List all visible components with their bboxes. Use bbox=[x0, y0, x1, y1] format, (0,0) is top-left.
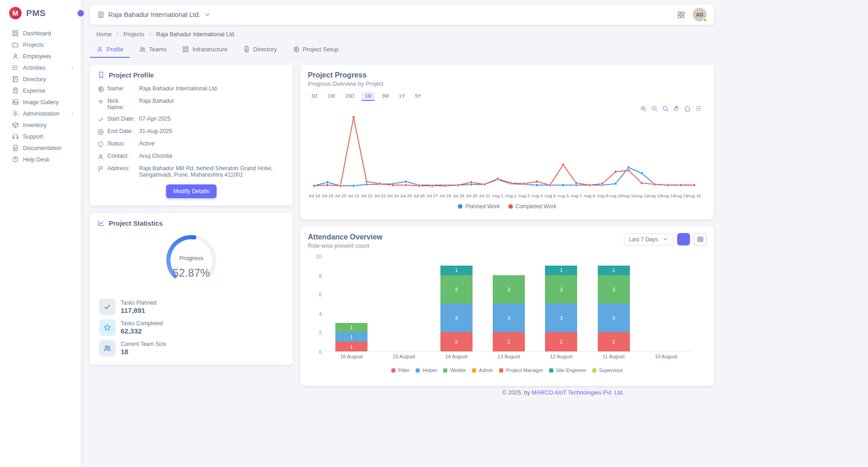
bar-chart-legend: FitterHelperWelderAdminProject ManagerSi… bbox=[308, 367, 707, 373]
legend-item-welder[interactable]: Welder bbox=[443, 367, 466, 373]
project-progress-subtitle: Progress Overview by Project bbox=[308, 81, 707, 87]
sidebar-item-directory[interactable]: Directory bbox=[0, 73, 81, 85]
bar-segment-fitter[interactable]: 2 bbox=[493, 332, 525, 351]
attendance-card: Attendance Overview Role-wise present co… bbox=[300, 227, 714, 386]
field-value: Raja Bahadur Mill Rd, behind Sheraton Gr… bbox=[139, 165, 285, 178]
bar-segment-site-engineer[interactable]: 1 bbox=[545, 266, 577, 275]
bar-segment-site-engineer[interactable]: 1 bbox=[440, 266, 473, 275]
attendance-range-select[interactable]: Last 7 Days bbox=[624, 234, 673, 245]
sidebar-item-documentation[interactable]: Documentation bbox=[0, 142, 81, 154]
range-button-1y[interactable]: 1Y bbox=[395, 92, 408, 101]
range-button-15d[interactable]: 15D bbox=[342, 92, 358, 101]
chart-view-toggle[interactable] bbox=[677, 233, 690, 245]
bar-segment-helper[interactable]: 3 bbox=[598, 304, 630, 332]
field-value: Active bbox=[139, 140, 285, 147]
bar-segment-welder[interactable]: 3 bbox=[440, 275, 473, 304]
clipboard-icon bbox=[243, 46, 250, 53]
apps-grid-icon[interactable] bbox=[677, 11, 685, 19]
bar-segment-fitter[interactable]: 2 bbox=[545, 332, 577, 351]
range-button-3m[interactable]: 3M bbox=[378, 92, 392, 101]
table-view-toggle[interactable] bbox=[694, 233, 707, 245]
y-axis-label: 4 bbox=[312, 311, 322, 317]
legend-item-supervisor[interactable]: Supervisor bbox=[592, 367, 623, 373]
profile-fields: Name:Raja Bahadur International Ltd.Nick… bbox=[97, 85, 285, 178]
sidebar-item-image-gallery[interactable]: Image Gallery bbox=[0, 96, 81, 108]
user-avatar[interactable]: AD bbox=[693, 8, 707, 22]
sidebar-item-dashboard[interactable]: Dashboard bbox=[0, 28, 81, 39]
bar-segment-helper[interactable]: 1 bbox=[335, 332, 367, 342]
field-label: Start Date: bbox=[107, 116, 136, 122]
tab-project-setup[interactable]: Project Setup bbox=[286, 43, 345, 58]
apps-grid-icon bbox=[677, 11, 685, 19]
bar-segment-welder[interactable]: 3 bbox=[545, 275, 577, 304]
modify-details-button[interactable]: Modify Details bbox=[166, 184, 217, 198]
bar-segment-helper[interactable]: 3 bbox=[545, 304, 577, 332]
expense-icon bbox=[12, 87, 19, 94]
range-button-5y[interactable]: 5Y bbox=[412, 92, 424, 101]
company-name: Raja Bahadur International Ltd. bbox=[108, 11, 200, 18]
tab-profile[interactable]: Profile bbox=[90, 43, 130, 58]
project-statistics-title: Project Statistics bbox=[97, 219, 285, 227]
x-axis-label: Aug 4 bbox=[531, 193, 543, 198]
sidebar-item-support[interactable]: Support bbox=[0, 131, 81, 142]
stat-current-team-size: Current Team Size18 bbox=[99, 340, 285, 356]
range-button-1m[interactable]: 1M bbox=[362, 92, 375, 101]
sidebar-item-projects[interactable]: Projects bbox=[0, 39, 81, 50]
legend-item-planned-work[interactable]: Planned Work bbox=[458, 203, 500, 210]
bar-segment-site-engineer[interactable]: 1 bbox=[598, 266, 630, 275]
bar-segment-helper[interactable]: 3 bbox=[493, 304, 525, 332]
bar-segment-helper[interactable]: 3 bbox=[440, 304, 473, 332]
attendance-header-text: Attendance Overview Role-wise present co… bbox=[308, 233, 383, 249]
x-axis-label: Jul 19 bbox=[322, 193, 333, 198]
sidebar-item-employees[interactable]: Employees bbox=[0, 50, 81, 62]
y-axis-label: 10 bbox=[312, 254, 322, 259]
sidebar-item-label: Support bbox=[23, 133, 43, 140]
sidebar-item-label: Image Gallery bbox=[23, 99, 59, 106]
company-selector[interactable]: Raja Bahadur International Ltd. bbox=[97, 11, 211, 18]
star-icon bbox=[103, 323, 111, 332]
attendance-range-value: Last 7 Days bbox=[629, 236, 658, 243]
bar-chart-icon bbox=[680, 236, 687, 243]
legend-item-site-engineer[interactable]: Site Engineer bbox=[549, 367, 586, 373]
sidebar-item-activities[interactable]: Activities bbox=[0, 62, 81, 73]
profile-field-nick-name: Nick Name:Raja Bahadur bbox=[97, 98, 285, 111]
x-axis-label: Jul 31 bbox=[479, 193, 490, 198]
range-button-1d[interactable]: 1D bbox=[308, 92, 321, 101]
field-value: 07-Apr-2025 bbox=[139, 116, 285, 122]
chevron-right-icon bbox=[115, 32, 120, 37]
project-statistics-card: Project Statistics Progress 52.87% Tasks… bbox=[90, 213, 293, 365]
app-logo: M PMS bbox=[0, 0, 81, 25]
tab-directory[interactable]: Directory bbox=[237, 43, 284, 58]
bar-segment-welder[interactable]: 3 bbox=[598, 275, 630, 304]
footer-link[interactable]: MARCO AIoT Technologies Pvt. Ltd. bbox=[532, 389, 624, 396]
sidebar-collapse-button[interactable] bbox=[77, 9, 85, 17]
legend-item-admin[interactable]: Admin bbox=[472, 367, 493, 373]
bar-chart: 11116 August15 August233114 August23313 … bbox=[312, 256, 697, 360]
chevron-down-icon bbox=[662, 236, 668, 242]
building-icon bbox=[97, 11, 105, 18]
breadcrumb-item-home[interactable]: Home bbox=[96, 31, 111, 38]
sidebar-item-administration[interactable]: Administration bbox=[0, 108, 81, 119]
bar-segment-fitter[interactable]: 2 bbox=[440, 332, 473, 351]
legend-item-project-manager[interactable]: Project Manager bbox=[499, 367, 543, 373]
sidebar-item-inventory[interactable]: Inventory bbox=[0, 119, 81, 131]
sidebar-item-expense[interactable]: Expense bbox=[0, 85, 81, 96]
tab-infrastructure[interactable]: Infrastructure bbox=[176, 43, 234, 58]
bar-segment-fitter[interactable]: 2 bbox=[598, 332, 630, 351]
tab-bar: ProfileTeamsInfrastructureDirectoryProje… bbox=[90, 43, 714, 58]
bar-segment-welder[interactable]: 1 bbox=[335, 323, 367, 333]
sidebar-item-label: Expense bbox=[23, 88, 45, 94]
x-axis-label: Jul 25 bbox=[400, 193, 412, 198]
sidebar-item-label: Help Desk bbox=[23, 156, 50, 163]
breadcrumb-item-projects[interactable]: Projects bbox=[123, 31, 144, 38]
legend-item-helper[interactable]: Helper bbox=[416, 367, 437, 373]
tab-teams[interactable]: Teams bbox=[133, 43, 173, 58]
legend-item-completed-work[interactable]: Completed Work bbox=[508, 203, 556, 210]
range-button-1w[interactable]: 1W bbox=[324, 92, 339, 101]
check-icon bbox=[97, 116, 104, 123]
bar-segment-fitter[interactable]: 1 bbox=[335, 342, 367, 351]
sidebar-item-help-desk[interactable]: Help Desk bbox=[0, 154, 81, 165]
legend-item-fitter[interactable]: Fitter bbox=[391, 367, 410, 373]
project-profile-card: Project Profile Name:Raja Bahadur Intern… bbox=[90, 65, 293, 206]
bar-segment-welder[interactable]: 3 bbox=[493, 275, 525, 304]
